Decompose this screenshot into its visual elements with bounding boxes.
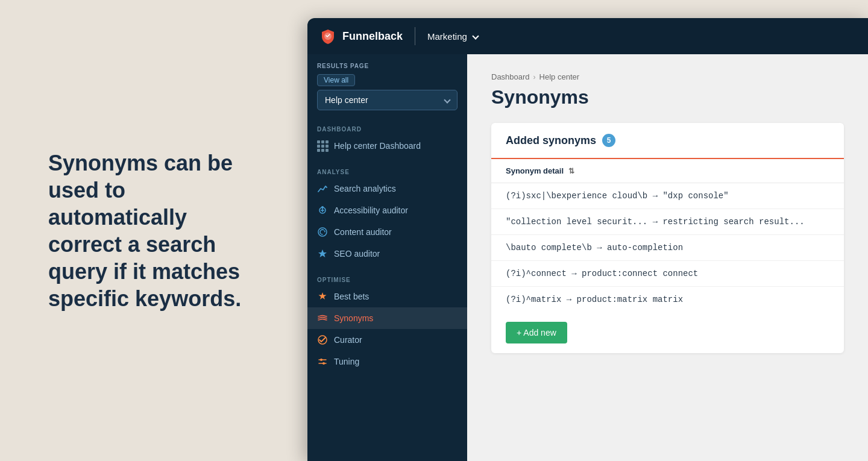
synonyms-card-header: Added synonyms 5 — [491, 123, 844, 159]
view-all-button[interactable]: View all — [317, 74, 355, 86]
collection-selector[interactable]: Help center — [317, 90, 458, 110]
left-panel: Synonyms can be used to automatically co… — [0, 0, 307, 461]
tuning-label: Tuning — [334, 357, 359, 366]
nav-chevron-icon — [472, 33, 479, 39]
sidebar-item-dashboard[interactable]: Help center Dashboard — [307, 135, 467, 157]
synonym-row-0: (?i)sxc|\bexperience cloud\b → "dxp cons… — [491, 183, 844, 209]
synonyms-count-badge: 5 — [602, 134, 615, 147]
hero-text: Synonyms can be used to automatically co… — [48, 149, 253, 312]
results-page-row: View all — [317, 74, 458, 86]
dashboard-icon — [317, 140, 328, 151]
table-row: (?i)^matrix → product:matrix matrix — [491, 287, 844, 313]
dashboard-item-label: Help center Dashboard — [334, 141, 421, 151]
sidebar-item-seo-auditor[interactable]: SEO auditor — [307, 243, 467, 265]
synonym-row-1: "collection level securit... → restricti… — [491, 209, 844, 235]
content-auditor-label: Content auditor — [334, 227, 392, 237]
synonyms-card: Added synonyms 5 Synonym detail ⇅ — [491, 123, 844, 353]
analyse-section-label: ANALYSE — [307, 169, 467, 175]
sidebar-results-section: RESULTS PAGE View all Help center — [307, 54, 467, 116]
synonym-row-3: (?i)^connect → product:connect connect — [491, 261, 844, 287]
selected-collection-text: Help center — [325, 95, 368, 105]
sidebar-item-accessibility-auditor[interactable]: Accessibility auditor — [307, 199, 467, 221]
breadcrumb-help-center: Help center — [539, 72, 579, 81]
funnelback-logo-icon — [319, 28, 336, 45]
sidebar-item-tuning[interactable]: Tuning — [307, 351, 467, 372]
synonyms-label: Synonyms — [334, 313, 373, 323]
sidebar: RESULTS PAGE View all Help center DASHBO… — [307, 54, 467, 461]
synonym-detail-column-header: Synonym detail ⇅ — [491, 159, 844, 183]
svg-point-7 — [322, 362, 325, 365]
seo-auditor-label: SEO auditor — [334, 249, 380, 259]
logo-text: Funnelback — [342, 30, 403, 43]
sidebar-item-best-bets[interactable]: Best bets — [307, 286, 467, 307]
sidebar-item-synonyms[interactable]: Synonyms — [307, 307, 467, 329]
bestbets-icon — [317, 291, 328, 302]
search-analytics-label: Search analytics — [334, 184, 396, 193]
table-row: \bauto complete\b → auto-completion — [491, 235, 844, 261]
table-row: (?i)^connect → product:connect connect — [491, 261, 844, 287]
dashboard-section-label: DASHBOARD — [307, 126, 467, 133]
svg-point-6 — [320, 359, 322, 361]
synonym-row-4: (?i)^matrix → product:matrix matrix — [491, 287, 844, 313]
optimise-section-label: OPTIMISE — [307, 277, 467, 283]
breadcrumb: Dashboard › Help center — [491, 72, 844, 81]
results-page-label: RESULTS PAGE — [317, 63, 458, 69]
synonyms-icon — [317, 313, 328, 324]
page-title: Synonyms — [491, 86, 844, 108]
curator-label: Curator — [334, 335, 362, 345]
content-inner: Dashboard › Help center Synonyms Added s… — [467, 54, 868, 371]
content-icon — [317, 227, 328, 237]
main-layout: RESULTS PAGE View all Help center DASHBO… — [307, 54, 868, 461]
synonym-row-2: \bauto complete\b → auto-completion — [491, 235, 844, 261]
curator-icon — [317, 334, 328, 345]
breadcrumb-chevron-icon: › — [533, 73, 536, 81]
sidebar-item-content-auditor[interactable]: Content auditor — [307, 221, 467, 243]
table-row: "collection level securit... → restricti… — [491, 209, 844, 235]
sidebar-item-search-analytics[interactable]: Search analytics — [307, 178, 467, 199]
analytics-icon — [317, 183, 328, 194]
app-container: Funnelback Marketing RESULTS PAGE View a… — [307, 18, 868, 461]
logo: Funnelback — [319, 28, 403, 45]
svg-point-2 — [318, 228, 327, 236]
topbar: Funnelback Marketing — [307, 18, 868, 54]
accessibility-auditor-label: Accessibility auditor — [334, 205, 408, 215]
topbar-divider — [415, 27, 415, 45]
add-new-button[interactable]: + Add new — [506, 322, 567, 343]
nav-label: Marketing — [427, 31, 467, 42]
breadcrumb-dashboard[interactable]: Dashboard — [491, 72, 530, 81]
seo-icon — [317, 248, 328, 259]
synonyms-card-title: Added synonyms — [506, 134, 596, 147]
sidebar-dashboard-section: DASHBOARD Help center Dashboard — [307, 116, 467, 159]
sort-icon[interactable]: ⇅ — [568, 167, 574, 175]
topbar-nav[interactable]: Marketing — [427, 31, 478, 42]
collection-chevron-icon — [444, 96, 450, 103]
tuning-icon — [317, 356, 328, 367]
table-row: (?i)sxc|\bexperience cloud\b → "dxp cons… — [491, 183, 844, 209]
synonyms-table: Synonym detail ⇅ (?i)sxc|\bexperience cl… — [491, 159, 844, 312]
sidebar-optimise-section: OPTIMISE Best bets — [307, 267, 467, 375]
accessibility-icon — [317, 205, 328, 216]
sidebar-item-curator[interactable]: Curator — [307, 329, 467, 351]
best-bets-label: Best bets — [334, 292, 369, 301]
sidebar-analyse-section: ANALYSE Search analytics — [307, 159, 467, 267]
content-area: Dashboard › Help center Synonyms Added s… — [467, 54, 868, 461]
